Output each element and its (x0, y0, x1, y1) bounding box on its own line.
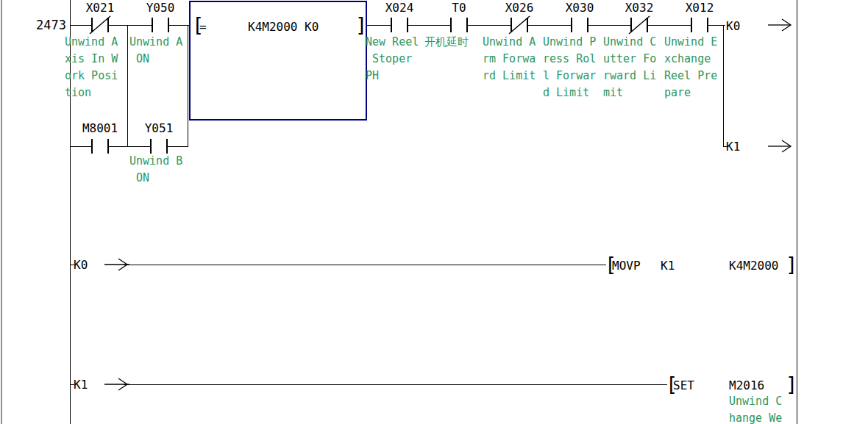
compare-operator: = (199, 20, 207, 34)
comment-x012: Unwind E xchange Reel Pre pare (664, 34, 717, 101)
ladder-editor-canvas: 2473 X021 Unwind A xis In W ork Posi tio… (0, 0, 868, 424)
contact-x026-normally-closed[interactable] (511, 18, 528, 32)
continuation2-label: K1 (74, 378, 88, 392)
nc-slash-icon (87, 14, 113, 36)
device-label-x030: X030 (553, 1, 606, 15)
contact-x030-normally-open[interactable] (571, 18, 588, 32)
comment-x026: Unwind A rm Forwa rd Limit (483, 34, 536, 85)
set-close-bracket: ] (786, 374, 797, 395)
wire-branch-row (70, 146, 188, 147)
instruction-movp[interactable]: [ MOVP K1 K4M2000 ] (603, 253, 797, 278)
window-left-edge (1, 0, 2, 424)
device-label-y050: Y050 (134, 1, 187, 15)
movp-mnemonic: MOVP (612, 259, 641, 273)
wire-rung1-right (364, 25, 725, 26)
wire-branch-junction-left (127, 25, 128, 147)
wrap-label-k0: K0 (726, 19, 740, 33)
device-label-x026: X026 (493, 1, 546, 15)
continuation-arrow-icon (768, 140, 793, 153)
comment-y050: Unwind A ON (129, 34, 182, 68)
contact-x012-normally-open[interactable] (691, 18, 708, 32)
device-label-x032: X032 (613, 1, 666, 15)
device-label-x024: X024 (373, 1, 426, 15)
wire-output-branch (723, 25, 724, 147)
wrap-label-k1: K1 (726, 140, 740, 154)
wire-branch-junction-right (188, 25, 188, 147)
device-label-t0: T0 (433, 1, 485, 15)
compare-close-bracket: ] (355, 15, 367, 35)
contact-t0-normally-open[interactable] (450, 18, 468, 32)
contact-m8001-normally-open[interactable] (91, 139, 109, 154)
continuation-arrow-icon (768, 18, 793, 32)
device-label-y051: Y051 (132, 122, 185, 135)
device-label-x012: X012 (673, 1, 726, 15)
device-label-m8001: M8001 (74, 122, 127, 135)
continuation1-label: K0 (74, 258, 88, 272)
right-power-rail (797, 0, 797, 424)
comment-x024: New Reel Stoper PH (366, 34, 419, 85)
compare-operand2: K0 (305, 20, 319, 34)
nc-slash-icon (506, 14, 533, 36)
movp-operand1: K1 (661, 259, 675, 273)
wire-cont2 (124, 384, 667, 385)
comment-m2016: Unwind C hange We (729, 393, 782, 424)
comment-t0: 开机延时 (424, 34, 469, 51)
rung-step-number: 2473 (29, 18, 66, 32)
movp-operand2: K4M2000 (729, 259, 778, 273)
wire-cont1 (124, 265, 606, 265)
contact-x032-normally-closed[interactable] (630, 18, 648, 32)
comment-x032: Unwind C utter Fo rward Li mit (603, 34, 656, 101)
movp-close-bracket: ] (786, 254, 797, 275)
nc-slash-icon (626, 14, 652, 36)
selection-cursor-compare-instruction[interactable]: [ = K4M2000 K0 ] (189, 1, 367, 121)
compare-operand1: K4M2000 (248, 20, 297, 34)
comment-x021: Unwind A xis In W ork Posi tion (65, 34, 118, 101)
comment-y051: Unwind B ON (129, 153, 182, 187)
contact-x024-normally-open[interactable] (391, 18, 408, 32)
set-operand1: M2016 (729, 378, 764, 392)
contact-y051-normally-open[interactable] (150, 139, 168, 154)
contact-y050-normally-open[interactable] (152, 18, 169, 32)
device-label-x021: X021 (74, 1, 127, 15)
set-mnemonic: SET (673, 378, 694, 392)
contact-x021-normally-closed[interactable] (91, 18, 109, 32)
comment-x030: Unwind P ress Rol l Forwar d Limit (543, 34, 596, 101)
